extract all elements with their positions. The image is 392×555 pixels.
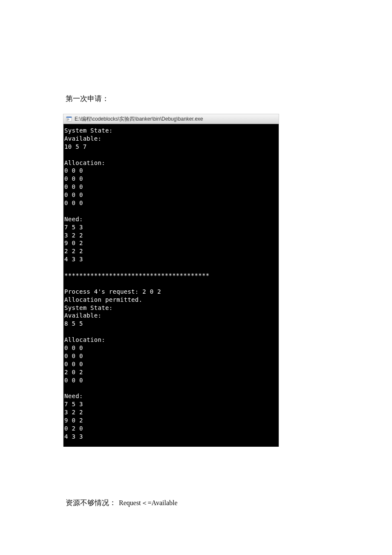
section-heading: 第一次申请： bbox=[66, 94, 328, 104]
svg-rect-4 bbox=[67, 120, 69, 121]
svg-rect-3 bbox=[67, 119, 69, 120]
document-page: 第一次申请： E:\编程\codeblocks\实验四\banker\bin\D… bbox=[0, 0, 392, 533]
footnote-cjk: 资源不够情况： bbox=[66, 499, 116, 507]
console-output: System State: Available: 10 5 7 Allocati… bbox=[63, 124, 279, 447]
console-window: E:\编程\codeblocks\实验四\banker\bin\Debug\ba… bbox=[63, 114, 279, 447]
footnote: 资源不够情况：Request＜=Available bbox=[66, 498, 328, 508]
svg-rect-2 bbox=[67, 119, 69, 119]
svg-rect-1 bbox=[66, 117, 72, 118]
footnote-latin: Request＜=Available bbox=[119, 499, 178, 506]
app-icon bbox=[66, 116, 72, 122]
window-title: E:\编程\codeblocks\实验四\banker\bin\Debug\ba… bbox=[75, 116, 203, 123]
window-titlebar: E:\编程\codeblocks\实验四\banker\bin\Debug\ba… bbox=[63, 114, 279, 124]
